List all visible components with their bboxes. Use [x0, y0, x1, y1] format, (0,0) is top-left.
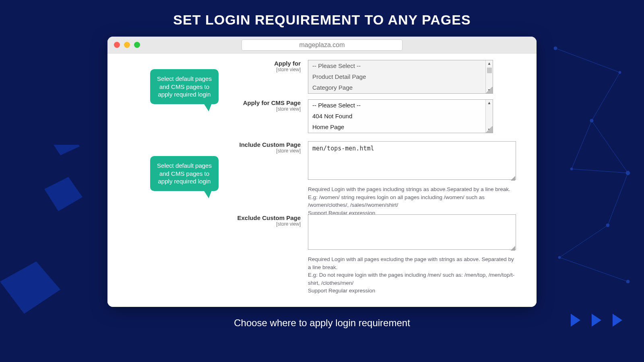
- arrow-right-icon: [592, 314, 601, 327]
- callout-top: Select default pages and CMS pages to ap…: [150, 69, 219, 104]
- page-title: SET LOGIN REQUIREMENT TO ANY PAGES: [0, 0, 644, 37]
- scrollbar[interactable]: ▲ ▼: [485, 60, 493, 93]
- scroll-thumb[interactable]: [487, 68, 492, 73]
- apply-for-option[interactable]: -- Please Select --: [308, 60, 493, 71]
- arrow-right-icon: [613, 314, 622, 327]
- svg-point-0: [554, 47, 557, 50]
- field-exclude: Exclude Custom Page [store view] Require…: [232, 214, 516, 295]
- window-zoom-icon[interactable]: [134, 42, 140, 48]
- exclude-help: Required Login with all pages excluding …: [308, 255, 516, 295]
- page-subtitle: Choose where to apply login requirement: [0, 317, 644, 329]
- label-apply-for: Apply for: [232, 60, 301, 67]
- label-exclude: Exclude Custom Page: [232, 214, 301, 221]
- field-apply-for: Apply for [store view] -- Please Select …: [232, 60, 493, 94]
- arrow-right-icon: [571, 314, 580, 327]
- window-close-icon[interactable]: [114, 42, 120, 48]
- svg-point-7: [626, 280, 630, 283]
- svg-marker-16: [0, 261, 60, 314]
- apply-cms-option[interactable]: 404 Not Found: [308, 111, 493, 121]
- svg-point-4: [626, 171, 630, 175]
- apply-cms-option[interactable]: -- Please Select --: [308, 100, 493, 111]
- scope-apply-cms: [store view]: [232, 106, 301, 112]
- include-textarea[interactable]: [308, 141, 516, 180]
- include-help: Required Login with the pages including …: [308, 185, 516, 217]
- apply-for-option[interactable]: Category Page: [308, 82, 493, 93]
- svg-point-6: [558, 256, 561, 259]
- scroll-up-icon[interactable]: ▲: [487, 100, 491, 106]
- browser-titlebar: mageplaza.com: [107, 37, 537, 53]
- window-minimize-icon[interactable]: [124, 42, 130, 48]
- admin-form: Select default pages and CMS pages to ap…: [107, 53, 537, 307]
- scope-include: [store view]: [232, 148, 301, 154]
- svg-point-2: [590, 119, 593, 122]
- svg-line-13: [559, 225, 608, 257]
- svg-point-1: [619, 71, 621, 74]
- svg-line-12: [608, 173, 628, 225]
- scope-exclude: [store view]: [232, 221, 301, 227]
- exclude-textarea[interactable]: [308, 214, 516, 250]
- resize-grip-icon[interactable]: [485, 87, 493, 93]
- traffic-lights: [114, 42, 140, 48]
- browser-window: mageplaza.com Select default pages and C…: [107, 37, 537, 307]
- svg-point-3: [570, 168, 573, 170]
- apply-for-option[interactable]: Product Detail Page: [308, 71, 493, 82]
- callout-bottom: Select default pages and CMS pages to ap…: [150, 156, 219, 191]
- apply-cms-select[interactable]: -- Please Select -- 404 Not Found Home P…: [308, 99, 493, 133]
- apply-cms-option[interactable]: Home Page: [308, 121, 493, 132]
- svg-marker-18: [48, 145, 80, 155]
- scrollbar[interactable]: ▲ ▼: [485, 100, 493, 133]
- field-include: Include Custom Page [store view] Require…: [232, 141, 516, 217]
- url-bar[interactable]: mageplaza.com: [242, 39, 402, 51]
- label-include: Include Custom Page: [232, 141, 301, 148]
- label-apply-cms: Apply for CMS Page: [232, 99, 301, 106]
- svg-line-14: [559, 257, 628, 282]
- apply-for-select[interactable]: -- Please Select -- Product Detail Page …: [308, 60, 493, 94]
- decorative-arrows: [571, 314, 622, 327]
- svg-point-5: [606, 224, 609, 227]
- scroll-up-icon[interactable]: ▲: [487, 60, 491, 66]
- scope-apply-for: [store view]: [232, 67, 301, 72]
- svg-line-8: [555, 48, 620, 72]
- svg-marker-17: [44, 177, 83, 211]
- svg-line-15: [592, 121, 628, 173]
- field-apply-cms: Apply for CMS Page [store view] -- Pleas…: [232, 99, 493, 133]
- svg-line-9: [592, 72, 620, 121]
- svg-line-11: [572, 169, 628, 173]
- resize-grip-icon[interactable]: [485, 126, 493, 133]
- svg-line-10: [572, 121, 592, 169]
